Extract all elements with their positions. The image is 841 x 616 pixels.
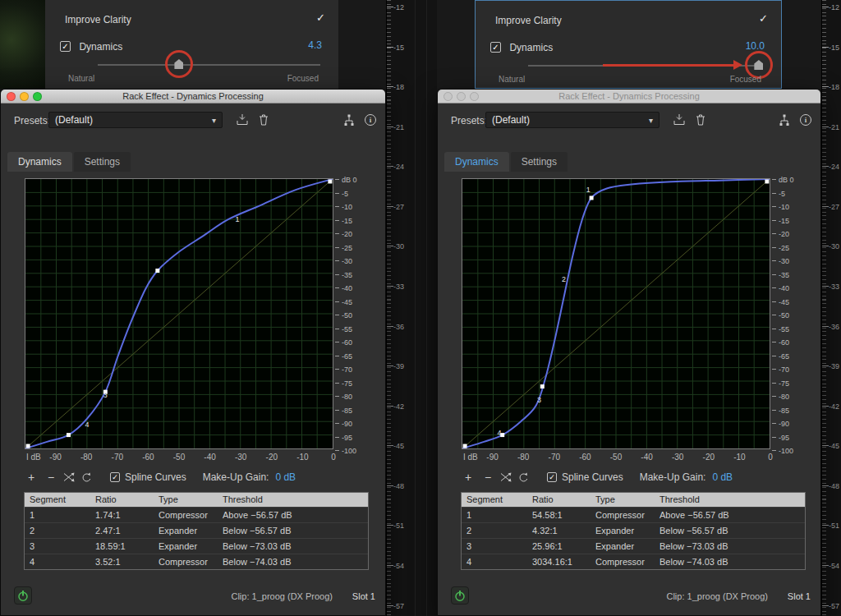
segment-table-body: 11.74:1CompressorAbove −56.57 dB22.47:1E… (25, 507, 368, 569)
curve-point-label: 1 (236, 215, 240, 223)
meter-tick (387, 326, 393, 327)
dynamics-value[interactable]: 4.3 (308, 39, 322, 51)
y-axis-tick (772, 315, 776, 315)
y-axis-tick-label: dB 0 (342, 176, 357, 184)
zoom-button[interactable] (470, 92, 479, 101)
slider-track[interactable] (98, 64, 320, 66)
add-point-button[interactable]: + (461, 471, 476, 484)
x-axis-tick-label: -60 (142, 453, 154, 462)
tab-settings[interactable]: Settings (511, 152, 568, 172)
preset-dropdown[interactable]: (Default) ▾ (485, 112, 659, 128)
x-axis-tick-label: -60 (579, 453, 591, 462)
meter-scale-label: -18 (829, 83, 839, 91)
improve-clarity-checkbox[interactable]: ✓ (759, 12, 768, 25)
table-row[interactable]: 318.59:1ExpanderBelow −73.03 dB (25, 538, 368, 554)
meter-tick (822, 406, 829, 407)
reset-icon[interactable] (81, 472, 92, 483)
window-titlebar[interactable]: Rack Effect - Dynamics Processing (438, 90, 820, 103)
invert-icon[interactable] (500, 472, 512, 482)
remove-point-button[interactable]: − (480, 471, 495, 484)
preset-value: (Default) (55, 114, 93, 126)
tab-dynamics[interactable]: Dynamics (444, 152, 509, 172)
col-type: Type (591, 493, 655, 507)
y-axis-tick (335, 287, 339, 288)
y-axis-tick (335, 383, 339, 384)
delete-preset-icon[interactable] (255, 113, 272, 127)
window-titlebar[interactable]: Rack Effect - Dynamics Processing (1, 90, 385, 103)
dynamics-slider[interactable] (476, 57, 781, 76)
table-row[interactable]: 43.52:1CompressorBelow −74.03 dB (25, 554, 368, 569)
y-axis-tick (772, 247, 776, 248)
table-cell: 3 (462, 539, 527, 554)
save-preset-icon[interactable] (234, 113, 250, 127)
curve-point[interactable] (26, 444, 30, 448)
table-cell: Below −73.03 dB (655, 539, 805, 554)
curve-point[interactable] (765, 179, 769, 183)
spline-curves-checkbox[interactable]: ✓ (110, 472, 120, 482)
power-toggle[interactable] (14, 586, 32, 605)
col-segment: Segment (25, 493, 90, 507)
curve-point[interactable] (155, 269, 159, 273)
rack-icon[interactable] (341, 113, 357, 127)
makeup-gain-value[interactable]: 0 dB (275, 471, 296, 483)
meter-tick (387, 126, 393, 127)
table-row[interactable]: 24.32:1ExpanderBelow −56.57 dB (462, 522, 805, 538)
preset-dropdown[interactable]: (Default) ▾ (48, 112, 223, 128)
level-meter-strip[interactable]: -12-15-18-21-24-27-30-33-36-39-42-45-48-… (821, 0, 841, 616)
save-preset-icon[interactable] (671, 113, 687, 127)
close-button[interactable] (7, 92, 16, 101)
dynamics-curve-plot[interactable]: 134 (25, 178, 333, 449)
curve-point[interactable] (67, 433, 71, 437)
dynamics-checkbox[interactable]: ✓ (60, 41, 71, 52)
tab-settings[interactable]: Settings (74, 152, 131, 172)
window-title: Rack Effect - Dynamics Processing (438, 90, 820, 103)
reset-icon[interactable] (518, 472, 529, 483)
improve-clarity-checkbox[interactable]: ✓ (316, 11, 325, 24)
info-icon[interactable]: i (797, 113, 814, 127)
dynamics-value[interactable]: 10.0 (746, 40, 765, 52)
table-row[interactable]: 43034.16:1CompressorBelow −74.03 dB (462, 554, 805, 569)
info-icon[interactable]: i (362, 113, 379, 127)
table-cell: 4 (462, 554, 527, 570)
makeup-gain-value[interactable]: 0 dB (712, 471, 733, 483)
add-point-button[interactable]: + (24, 471, 39, 484)
meter-scale-label: -42 (829, 402, 839, 411)
dynamics-checkbox[interactable]: ✓ (490, 42, 501, 53)
zoom-button[interactable] (33, 92, 42, 101)
close-button[interactable] (443, 92, 453, 101)
dynamics-curve-plot[interactable]: 1234 (462, 178, 770, 449)
remove-point-button[interactable]: − (44, 471, 58, 484)
x-axis-tick-label: -10 (296, 453, 308, 462)
curve-point[interactable] (328, 179, 332, 183)
curve-point[interactable] (463, 444, 467, 448)
table-row[interactable]: 154.58:1CompressorAbove −56.57 dB (462, 507, 805, 522)
y-axis-tick (335, 206, 339, 207)
table-cell: 4.32:1 (527, 523, 591, 539)
x-axis-tick-label: I dB (26, 453, 41, 462)
rack-icon[interactable] (776, 113, 793, 127)
meter-scale-label: -27 (829, 203, 839, 211)
delete-preset-icon[interactable] (692, 113, 709, 127)
table-row[interactable]: 22.47:1ExpanderBelow −56.57 dB (25, 522, 368, 538)
dynamics-slider[interactable] (45, 56, 338, 76)
table-row[interactable]: 11.74:1CompressorAbove −56.57 dB (25, 507, 368, 522)
minimize-button[interactable] (457, 92, 466, 101)
table-cell: Compressor (154, 508, 218, 523)
tab-dynamics[interactable]: Dynamics (7, 152, 72, 172)
invert-icon[interactable] (63, 472, 75, 482)
curve-point[interactable] (540, 384, 545, 388)
slider-min-label: Natural (68, 74, 94, 83)
y-axis-tick (772, 301, 776, 302)
status-bar: Clip: 1_proog (DX Proog) Slot 1 (438, 577, 820, 615)
segment-table: Segment Ratio Type Threshold 154.58:1Com… (461, 492, 806, 570)
curve-point-label: 4 (85, 421, 89, 429)
y-axis-tick-label: -75 (779, 379, 789, 388)
level-meter-strip[interactable]: -12-15-18-21-24-27-30-33-36-39-42-45-48-… (386, 0, 437, 616)
spline-curves-checkbox[interactable]: ✓ (547, 472, 557, 482)
minimize-button[interactable] (20, 92, 29, 101)
curve-point[interactable] (590, 195, 594, 200)
presets-label: Presets: (14, 115, 50, 126)
meter-scale-label: -36 (393, 323, 404, 331)
power-toggle[interactable] (451, 586, 469, 605)
table-row[interactable]: 325.96:1ExpanderBelow −73.03 dB (462, 538, 805, 554)
